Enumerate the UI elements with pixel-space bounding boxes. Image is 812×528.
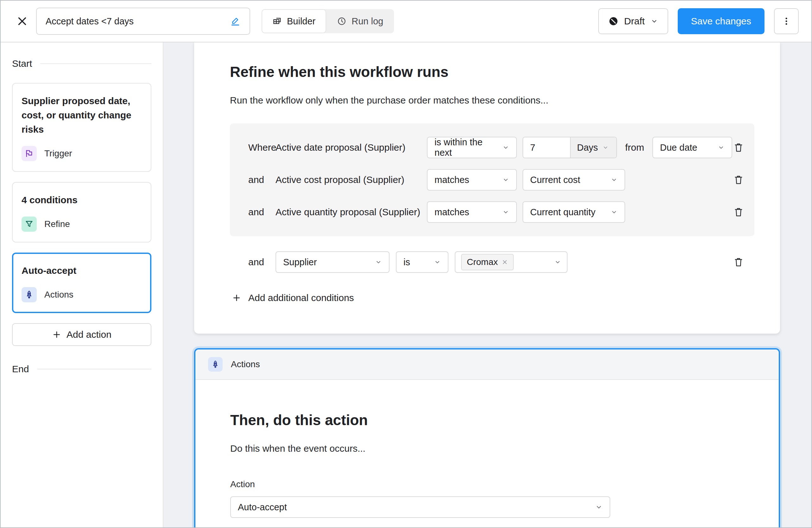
actions-step-card[interactable]: Actions Then, do this action Do this whe… (194, 348, 780, 528)
sidebar-node-auto-accept[interactable]: Auto-accept Actions (12, 253, 151, 313)
action-field-label: Action (230, 479, 744, 489)
supplier-chip-label: Cromax (467, 257, 498, 267)
end-section: End (12, 364, 151, 375)
refine-title: Refine when this workflow runs (230, 63, 754, 80)
chip-remove-icon[interactable] (502, 259, 508, 265)
delete-condition-trash-icon[interactable] (733, 142, 744, 153)
operator-value: is within the next (435, 137, 502, 158)
actions-card-header: Actions (195, 350, 779, 380)
chevron-down-icon (554, 259, 561, 266)
actions-card-body: Then, do this action Do this when the ev… (195, 380, 779, 528)
add-additional-conditions-button[interactable]: Add additional conditions (230, 293, 754, 303)
operator-value: is (404, 257, 434, 267)
operator-value: matches (435, 175, 502, 185)
chevron-down-icon (502, 144, 509, 151)
funnel-icon (21, 217, 37, 232)
more-options-kebab-icon[interactable] (774, 8, 799, 34)
top-bar: Accept dates <7 days Builder Run log (1, 1, 811, 42)
save-changes-button[interactable]: Save changes (678, 8, 765, 34)
tab-run-log[interactable]: Run log (326, 9, 394, 33)
refine-conditions-card: Refine when this workflow runs Run the w… (194, 42, 780, 334)
rocket-icon (208, 357, 223, 372)
tab-builder[interactable]: Builder (262, 9, 326, 33)
add-action-button[interactable]: Add action (12, 323, 151, 346)
comparison-value-select[interactable]: Current cost (523, 169, 625, 191)
workflow-title-input[interactable]: Accept dates <7 days (36, 8, 250, 35)
condition-field-label: Active quantity proposal (Supplier) (276, 207, 427, 218)
duration-number-input[interactable] (523, 137, 570, 158)
flag-icon (21, 146, 37, 161)
field-value: Supplier (283, 257, 375, 267)
delete-condition-trash-icon[interactable] (733, 174, 744, 186)
add-additional-conditions-label: Add additional conditions (248, 293, 354, 303)
comparison-value: Current cost (530, 175, 611, 185)
delete-condition-trash-icon[interactable] (733, 206, 744, 218)
condition-row-quantity: and Active quantity proposal (Supplier) … (240, 201, 744, 223)
start-label: Start (12, 58, 32, 69)
condition-row-cost: and Active cost proposal (Supplier) matc… (240, 169, 744, 191)
actions-header-label: Actions (231, 359, 260, 369)
rocket-icon (21, 287, 37, 302)
start-section: Start (12, 58, 151, 69)
comparison-value: Current quantity (530, 207, 611, 218)
edit-pencil-icon[interactable] (230, 16, 241, 27)
refine-subtitle: Run the workflow only when the purchase … (230, 95, 754, 106)
conditions-node-badge: Refine (44, 219, 70, 229)
action-select-value: Auto-accept (238, 502, 595, 513)
condition-field-label: Active date proposal (Supplier) (276, 142, 427, 153)
builder-grid-icon (272, 16, 282, 26)
status-label: Draft (624, 16, 645, 27)
chevron-down-icon (502, 209, 509, 216)
trigger-node-badge: Trigger (44, 148, 72, 159)
condition-connector: Where (240, 142, 276, 153)
operator-select[interactable]: matches (427, 169, 517, 191)
operator-select[interactable]: matches (427, 201, 517, 223)
tab-run-log-label: Run log (351, 16, 383, 27)
status-dropdown[interactable]: Draft (598, 8, 668, 34)
anchor-date-select[interactable]: Due date (652, 137, 732, 158)
anchor-date-value: Due date (660, 143, 717, 153)
close-icon[interactable] (13, 12, 31, 30)
view-tab-group: Builder Run log (262, 9, 394, 33)
add-action-label: Add action (67, 329, 112, 340)
conditions-node-title: 4 conditions (21, 193, 142, 207)
actions-title: Then, do this action (230, 411, 744, 429)
workflow-title-value: Accept dates <7 days (46, 16, 134, 27)
chevron-down-icon (611, 209, 618, 216)
workflow-steps-sidebar: Start Supplier proposed date, cost, or q… (1, 42, 163, 528)
comparison-value-select[interactable]: Current quantity (523, 201, 625, 223)
operator-select[interactable]: is (396, 251, 448, 273)
chevron-down-icon (611, 176, 618, 183)
condition-row-date: Where Active date proposal (Supplier) is… (240, 137, 744, 158)
trigger-node-title: Supplier proposed date, cost, or quantit… (21, 94, 142, 136)
sidebar-node-trigger[interactable]: Supplier proposed date, cost, or quantit… (12, 83, 151, 172)
field-select[interactable]: Supplier (276, 251, 390, 273)
chevron-down-icon (375, 259, 382, 266)
actions-subtitle: Do this when the event occurs... (230, 443, 744, 454)
sidebar-node-conditions[interactable]: 4 conditions Refine (12, 182, 151, 243)
chevron-down-icon (434, 259, 441, 266)
duration-unit-value: Days (577, 143, 598, 153)
condition-row-supplier: and Supplier is Cromax (230, 251, 754, 273)
supplier-chip: Cromax (461, 254, 514, 270)
draft-slash-circle-icon (608, 16, 619, 26)
end-label: End (12, 364, 29, 375)
condition-connector: and (240, 207, 276, 218)
start-divider (40, 63, 151, 64)
duration-control: Days (523, 137, 617, 158)
delete-condition-trash-icon[interactable] (733, 256, 744, 268)
operator-value: matches (435, 207, 502, 218)
auto-accept-node-title: Auto-accept (21, 263, 142, 278)
workflow-editor-canvas: Refine when this workflow runs Run the w… (163, 42, 811, 528)
chevron-down-icon (717, 144, 725, 151)
chevron-down-icon (595, 503, 603, 511)
duration-unit-select[interactable]: Days (570, 137, 616, 158)
operator-select[interactable]: is within the next (427, 137, 517, 158)
plus-icon (52, 330, 61, 339)
supplier-multiselect[interactable]: Cromax (455, 251, 567, 273)
from-label: from (625, 142, 644, 153)
action-select[interactable]: Auto-accept (230, 496, 610, 518)
chevron-down-icon (502, 176, 509, 183)
chevron-down-icon (603, 144, 609, 151)
auto-accept-node-badge: Actions (44, 290, 73, 300)
